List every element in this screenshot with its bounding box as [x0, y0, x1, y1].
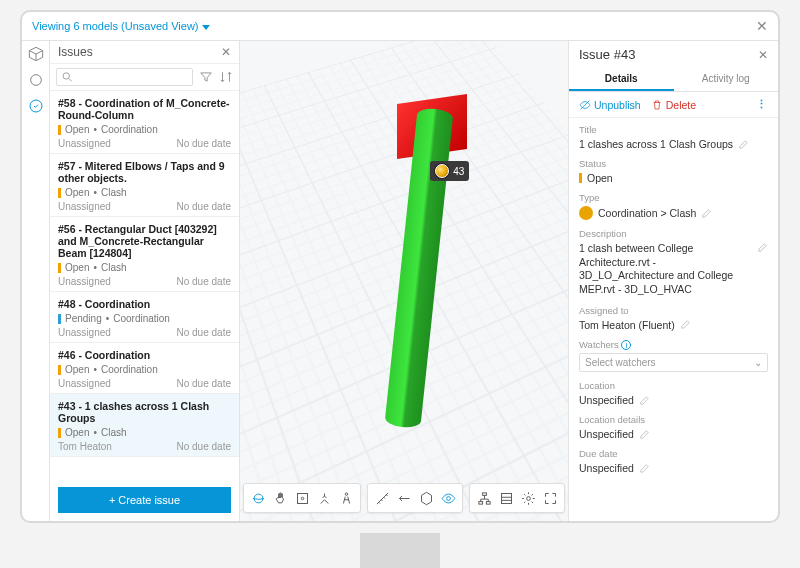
edit-title-icon[interactable]: [738, 139, 749, 150]
issue-assignee: Unassigned: [58, 378, 111, 389]
firstperson-tool[interactable]: [313, 487, 335, 509]
assigned-value: Tom Heaton (Fluent): [579, 319, 675, 331]
status-bar: [58, 314, 61, 324]
issue-assignee: Unassigned: [58, 327, 111, 338]
edit-assigned-icon[interactable]: [680, 319, 691, 330]
type-value: Coordination > Clash: [598, 207, 696, 219]
svg-point-15: [526, 496, 530, 500]
issue-pushpin[interactable]: 43: [430, 161, 469, 181]
issues-icon[interactable]: [27, 97, 45, 115]
svg-rect-10: [478, 501, 482, 504]
edit-due-icon[interactable]: [639, 463, 650, 474]
issue-status: Pending: [65, 313, 102, 324]
type-label: Type: [579, 192, 768, 203]
svg-point-0: [30, 75, 41, 86]
watchers-label: Watchers i: [579, 339, 768, 351]
issue-list-item[interactable]: #57 - Mitered Elbows / Taps and 9 other …: [50, 154, 239, 217]
modeltree-tool[interactable]: [473, 487, 495, 509]
issue-assignee: Unassigned: [58, 138, 111, 149]
watchers-select[interactable]: Select watchers⌄: [579, 353, 768, 372]
issue-type: Clash: [101, 427, 127, 438]
desc-value: 1 clash between College Architecture.rvt…: [579, 242, 752, 297]
more-menu-button[interactable]: ⋮: [756, 98, 768, 111]
locdet-label: Location details: [579, 414, 768, 425]
issue-title: #48 - Coordination: [58, 298, 231, 310]
issue-type: Coordination: [113, 313, 170, 324]
issue-list-item[interactable]: #46 - CoordinationOpen•CoordinationUnass…: [50, 343, 239, 394]
issue-due: No due date: [177, 441, 232, 452]
issues-panel: Issues ✕ #58 - Coordination of M_Concret…: [50, 41, 240, 521]
search-input-wrap[interactable]: [56, 68, 193, 86]
issue-type: Clash: [101, 187, 127, 198]
assigned-label: Assigned to: [579, 305, 768, 316]
sort-icon[interactable]: [219, 70, 233, 84]
locdet-value: Unspecified: [579, 428, 634, 440]
cube-icon[interactable]: [27, 45, 45, 63]
due-label: Due date: [579, 448, 768, 459]
close-app-button[interactable]: ✕: [756, 18, 768, 34]
location-value: Unspecified: [579, 394, 634, 406]
issue-list: #58 - Coordination of M_Concrete-Round-C…: [50, 91, 239, 479]
issue-assignee: Unassigned: [58, 201, 111, 212]
create-issue-button[interactable]: + Create issue: [58, 487, 231, 513]
viewer-toolbar: [243, 483, 565, 513]
issue-status: Open: [65, 262, 89, 273]
edit-locdet-icon[interactable]: [639, 429, 650, 440]
issue-title: #43 - 1 clashes across 1 Clash Groups: [58, 400, 231, 424]
svg-rect-9: [482, 492, 486, 495]
issue-detail-panel: Issue #43 ✕ Details Activity log Unpubli…: [568, 41, 778, 521]
issue-due: No due date: [177, 138, 232, 149]
issue-due: No due date: [177, 201, 232, 212]
viewer-3d[interactable]: 43: [240, 41, 568, 521]
issue-due: No due date: [177, 327, 232, 338]
tab-details[interactable]: Details: [569, 68, 674, 91]
title-label: Title: [579, 124, 768, 135]
edit-type-icon[interactable]: [701, 208, 712, 219]
issue-status: Open: [65, 124, 89, 135]
search-input[interactable]: [74, 71, 188, 83]
walk-tool[interactable]: [335, 487, 357, 509]
orbit-tool[interactable]: [247, 487, 269, 509]
pan-tool[interactable]: [269, 487, 291, 509]
svg-point-8: [446, 496, 450, 500]
settings-tool[interactable]: [517, 487, 539, 509]
close-detail-button[interactable]: ✕: [758, 48, 768, 62]
close-panel-button[interactable]: ✕: [221, 45, 231, 59]
pushpin-number: 43: [453, 166, 464, 177]
explode-tool[interactable]: [415, 487, 437, 509]
unpublish-button[interactable]: Unpublish: [579, 99, 641, 111]
pushpin-icon: [435, 164, 449, 178]
issue-list-item[interactable]: #48 - CoordinationPending•CoordinationUn…: [50, 292, 239, 343]
edit-location-icon[interactable]: [639, 395, 650, 406]
delete-button[interactable]: Delete: [651, 99, 696, 111]
section-tool[interactable]: [393, 487, 415, 509]
visibility-tool[interactable]: [437, 487, 459, 509]
issue-list-item[interactable]: #58 - Coordination of M_Concrete-Round-C…: [50, 91, 239, 154]
issue-status: Open: [65, 187, 89, 198]
issue-status: Open: [65, 364, 89, 375]
svg-rect-12: [501, 493, 511, 503]
filter-icon[interactable]: [199, 70, 213, 84]
tab-activity[interactable]: Activity log: [674, 68, 779, 91]
status-bar: [579, 173, 582, 183]
svg-rect-11: [486, 501, 490, 504]
layers-icon[interactable]: [27, 71, 45, 89]
issue-assignee: Unassigned: [58, 276, 111, 287]
issue-list-item[interactable]: #43 - 1 clashes across 1 Clash GroupsOpe…: [50, 394, 239, 457]
type-icon: [579, 206, 593, 220]
fit-tool[interactable]: [291, 487, 313, 509]
edit-desc-icon[interactable]: [757, 242, 768, 253]
properties-tool[interactable]: [495, 487, 517, 509]
location-label: Location: [579, 380, 768, 391]
issue-title: #46 - Coordination: [58, 349, 231, 361]
issue-type: Clash: [101, 262, 127, 273]
svg-point-7: [345, 492, 348, 495]
svg-point-4: [254, 494, 263, 503]
info-icon[interactable]: i: [621, 340, 631, 350]
fullscreen-tool[interactable]: [539, 487, 561, 509]
issue-list-item[interactable]: #56 - Rectangular Duct [403292] and M_Co…: [50, 217, 239, 292]
measure-tool[interactable]: [371, 487, 393, 509]
view-dropdown[interactable]: Viewing 6 models (Unsaved View): [32, 20, 210, 32]
desc-label: Description: [579, 228, 768, 239]
view-label: Viewing 6 models (Unsaved View): [32, 20, 199, 32]
